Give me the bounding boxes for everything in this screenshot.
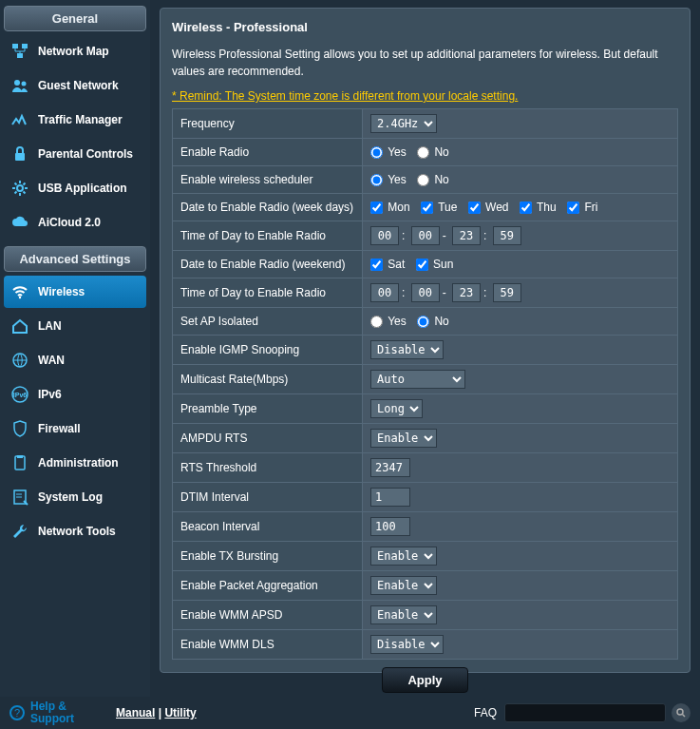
igmp-select[interactable]: Disable: [370, 340, 444, 359]
sat-checkbox[interactable]: [370, 259, 383, 271]
pktagg-label: Enable Packet Aggregation: [173, 571, 363, 601]
traffic-icon: [9, 109, 30, 130]
wifi-icon: [9, 281, 30, 302]
nav-wireless[interactable]: Wireless: [4, 276, 146, 308]
weekend-label: Date to Enable Radio (weekend): [173, 251, 363, 278]
search-go-button[interactable]: [672, 703, 691, 722]
manual-link[interactable]: Manual: [116, 706, 155, 719]
help-support-link[interactable]: Help & Support: [30, 700, 97, 725]
timezone-warning-link[interactable]: * Remind: The System time zone is differ…: [172, 89, 678, 103]
ap-yes[interactable]: [370, 316, 383, 328]
footer: ? Help & Support Manual | Utility FAQ: [0, 697, 700, 729]
faq-search-input[interactable]: [504, 703, 666, 722]
enable-radio-label: Enable Radio: [173, 139, 363, 166]
page-title: Wireless - Professional: [172, 20, 678, 34]
weekend-h1[interactable]: [370, 283, 399, 302]
nav-ipv6[interactable]: IPv6 IPv6: [4, 378, 146, 411]
ap-no[interactable]: [417, 316, 429, 328]
week-h1[interactable]: [370, 226, 399, 245]
preamble-select[interactable]: Long: [370, 399, 423, 418]
footer-links: Manual | Utility: [116, 706, 197, 719]
nav-label: Network Map: [38, 45, 109, 58]
settings-panel: Wireless - Professional Wireless Profess…: [160, 8, 691, 673]
txburst-select[interactable]: Enable: [370, 547, 437, 566]
rts-label: RTS Threshold: [173, 453, 363, 483]
weekdays-label: Date to Enable Radio (week days): [173, 194, 363, 221]
weekend-m1[interactable]: [411, 283, 440, 302]
nav-system-log[interactable]: System Log: [4, 481, 146, 513]
log-icon: [9, 487, 30, 508]
pktagg-select[interactable]: Enable: [370, 576, 437, 595]
multicast-select[interactable]: Auto: [370, 370, 465, 389]
gear-icon: [9, 178, 30, 199]
thu-checkbox[interactable]: [520, 201, 532, 214]
txburst-label: Enable TX Bursting: [173, 542, 363, 571]
dtim-input[interactable]: [370, 488, 410, 507]
nav-wan[interactable]: WAN: [4, 344, 146, 376]
svg-rect-5: [15, 153, 25, 161]
multicast-label: Multicast Rate(Mbps): [173, 365, 363, 394]
network-map-icon: [9, 41, 30, 62]
week-h2[interactable]: [452, 226, 481, 245]
yes-text: Yes: [388, 145, 407, 159]
wmmapsd-label: Enable WMM APSD: [173, 601, 363, 630]
nav-label: Traffic Manager: [38, 113, 123, 126]
preamble-label: Preamble Type: [173, 394, 363, 424]
apply-button[interactable]: Apply: [382, 667, 467, 693]
nav-network-tools[interactable]: Network Tools: [4, 515, 146, 547]
utility-link[interactable]: Utility: [164, 706, 196, 719]
rts-input[interactable]: [370, 458, 410, 477]
frequency-label: Frequency: [173, 109, 363, 139]
yes-text: Yes: [388, 315, 407, 328]
nav-aicloud[interactable]: AiCloud 2.0: [4, 206, 146, 239]
page-description: Wireless Professional Setting allows you…: [172, 46, 678, 80]
home-icon: [9, 316, 30, 336]
nav-label: System Log: [38, 490, 103, 504]
nav-lan[interactable]: LAN: [4, 310, 146, 342]
cloud-icon: [9, 212, 30, 233]
svg-rect-0: [12, 44, 18, 48]
sun-checkbox[interactable]: [416, 259, 428, 271]
wmmdls-label: Enable WMM DLS: [173, 630, 363, 660]
thu-text: Thu: [537, 201, 557, 214]
enable-radio-yes[interactable]: [370, 146, 383, 159]
nav-network-map[interactable]: Network Map: [4, 35, 146, 67]
scheduler-yes[interactable]: [370, 174, 383, 186]
nav-label: AiCloud 2.0: [38, 216, 101, 229]
fri-checkbox[interactable]: [567, 201, 579, 214]
svg-point-7: [19, 297, 21, 298]
weekendtime-label: Time of Day to Enable Radio: [173, 278, 363, 308]
svg-rect-12: [17, 455, 23, 458]
nav-label: Wireless: [38, 285, 85, 298]
wmmapsd-select[interactable]: Enable: [370, 605, 437, 624]
nav-label: LAN: [38, 319, 62, 333]
frequency-select[interactable]: 2.4GHz: [370, 114, 437, 133]
nav-usb-application[interactable]: USB Application: [4, 172, 146, 204]
mon-checkbox[interactable]: [370, 201, 383, 214]
nav-administration[interactable]: Administration: [4, 447, 146, 479]
nav-parental-controls[interactable]: Parental Controls: [4, 138, 146, 170]
week-m2[interactable]: [493, 226, 521, 245]
nav-label: WAN: [38, 354, 65, 367]
wmmdls-select[interactable]: Disable: [370, 635, 444, 654]
sidebar: General Network Map Guest Network Traffi…: [0, 0, 150, 697]
beacon-input[interactable]: [370, 517, 410, 536]
nav-traffic-manager[interactable]: Traffic Manager: [4, 104, 146, 136]
nav-firewall[interactable]: Firewall: [4, 412, 146, 445]
wed-checkbox[interactable]: [468, 201, 481, 214]
weekend-h2[interactable]: [452, 283, 481, 302]
weekend-m2[interactable]: [493, 283, 521, 302]
scheduler-label: Enable wireless scheduler: [173, 166, 363, 194]
svg-point-14: [677, 709, 683, 715]
scheduler-no[interactable]: [417, 174, 429, 186]
tue-text: Tue: [438, 201, 457, 214]
nav-guest-network[interactable]: Guest Network: [4, 69, 146, 102]
ampdu-select[interactable]: Enable: [370, 429, 437, 448]
help-icon[interactable]: ?: [9, 705, 25, 720]
tue-checkbox[interactable]: [421, 201, 433, 214]
ampdu-label: AMPDU RTS: [173, 424, 363, 453]
enable-radio-no[interactable]: [417, 146, 429, 159]
nav-label: Guest Network: [38, 79, 119, 92]
week-m1[interactable]: [411, 226, 440, 245]
nav-label: Parental Controls: [38, 147, 133, 161]
